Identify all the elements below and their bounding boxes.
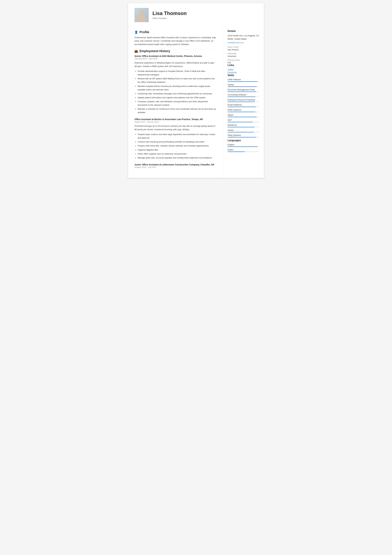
job-dates-1: February 2016 – April 2019 (135, 58, 217, 60)
bullet: Update patient information and capture n… (138, 96, 217, 99)
languages-list: English Arabic (228, 143, 259, 152)
skill-bar-fill (228, 107, 256, 107)
skill-bar-fill (228, 122, 253, 122)
bullet: Provide administrative support to Hospit… (138, 70, 217, 76)
links-title: Links (228, 64, 259, 67)
bullet: Manage petty cash, accounts payable and … (138, 156, 217, 160)
job-desc-1: Extensive experience in Windows/Apple OS… (135, 61, 217, 68)
job-bullets-1: Provide administrative support to Hospit… (135, 70, 217, 114)
skill-name: Typing (228, 83, 259, 86)
skill-name: PABX Systems (228, 109, 259, 111)
link-twitter[interactable]: Twitter (228, 68, 259, 71)
job-entry-2: Office Assistant at Becker & Associates … (135, 118, 217, 160)
bullet: Organize litigation files (138, 148, 217, 152)
skill-name: Accounting Software (228, 94, 259, 96)
details-section: Details 1515 Pacific Ave, Los Angeles, C… (228, 30, 259, 64)
skills-title: Skills (228, 74, 259, 77)
skill-item: Filing Systems (228, 134, 259, 138)
skill-item: Enterprise Resource Planning (228, 99, 259, 102)
language-bar-fill (228, 146, 257, 147)
language-bar-bg (228, 152, 259, 152)
skill-name: Asana (228, 129, 259, 131)
job-title-3: Junior Office Assistant at Leibermann Co… (135, 163, 217, 166)
job-desc-2: Proofread and type up to 20 insurance co… (135, 124, 217, 131)
skill-bar-bg (228, 132, 259, 132)
bullet: Answering calls, forwarding messages and… (138, 92, 217, 95)
job-title-1: Senior Office Assistant at ADH Medical C… (135, 55, 217, 57)
skill-bar-fill (228, 102, 254, 102)
job-bullets-2: Prepare basic motions and other legal di… (135, 133, 217, 160)
place-of-birth-label: Place of birth (228, 46, 259, 48)
bullet: Maintain a calendar for conference rooms… (138, 107, 217, 114)
nationality-value: American (228, 55, 259, 57)
language-name: Arabic (228, 148, 259, 151)
skill-item: Document Management Tools (228, 88, 259, 92)
place-of-birth-value: San Antonio (228, 49, 259, 51)
candidate-name: Lisa Thomson (152, 11, 187, 16)
resume-container: Lisa Thomson Office Assistant 👤 Profile … (128, 3, 264, 178)
bullet: Prepare draft client bills, maintain doc… (138, 144, 217, 147)
skill-item: Typing (228, 83, 259, 87)
skill-bar-bg (228, 81, 259, 82)
skill-bar-bg (228, 122, 259, 122)
language-item: English (228, 143, 259, 147)
skill-name: SAP (228, 119, 259, 121)
skill-bar-bg (228, 137, 259, 138)
skill-name: Skype (228, 114, 259, 116)
profile-icon: 👤 (135, 30, 138, 34)
driving-license-label: Driving license (228, 59, 259, 61)
skill-bar-bg (228, 87, 259, 87)
employment-icon: 💼 (135, 50, 138, 53)
header-info: Lisa Thomson Office Assistant (152, 11, 187, 19)
skill-item: Asana (228, 129, 259, 132)
skill-item: Workforce (228, 124, 259, 127)
profile-text: Professional, detail-oriented Office Ass… (135, 36, 217, 46)
link-facebook[interactable]: Facebook (228, 71, 259, 73)
skill-item: Accounting Software (228, 94, 259, 97)
detail-address: 1515 Pacific Ave, Los Angeles, CA 90291,… (228, 34, 259, 41)
employment-section-title: 💼 Employment History (135, 49, 217, 53)
skill-bar-fill (228, 91, 256, 92)
candidate-job-title: Office Assistant (152, 17, 187, 19)
bullet: Conduct fact-checking and proofreading a… (138, 140, 217, 144)
left-column: 👤 Profile Professional, detail-oriented … (128, 26, 223, 178)
skill-bar-bg (228, 107, 259, 107)
skill-bar-fill (228, 137, 256, 138)
skill-item: Email Platforms (228, 104, 259, 107)
skill-bar-fill (228, 117, 257, 117)
detail-email: email@email.com (228, 41, 259, 44)
skill-bar-bg (228, 117, 259, 117)
languages-section: Languages English Arabic (228, 139, 259, 152)
main-content: 👤 Profile Professional, detail-oriented … (128, 26, 264, 178)
language-name: English (228, 143, 259, 146)
skill-name: Email Platforms (228, 104, 259, 106)
skills-list: CRM Software Typing Document Management … (228, 78, 259, 138)
skill-bar-bg (228, 96, 259, 97)
job-title-2: Office Assistant at Becker & Associates … (135, 118, 217, 121)
language-bar-fill (228, 152, 245, 152)
skill-item: CRM Software (228, 78, 259, 82)
skill-bar-bg (228, 112, 259, 112)
job-entry-3: Junior Office Assistant at Leibermann Co… (135, 163, 217, 168)
skill-item: Skype (228, 114, 259, 117)
bullet: Order office supplies such as stationery… (138, 152, 217, 156)
skill-name: CRM Software (228, 78, 259, 81)
skills-section: Skills CRM Software Typing Document Mana… (228, 74, 259, 138)
skill-bar-fill (228, 112, 255, 112)
skill-name: Filing Systems (228, 134, 259, 136)
language-bar-bg (228, 146, 259, 147)
skill-name: Workforce (228, 124, 259, 126)
language-item: Arabic (228, 148, 259, 152)
nationality-label: Nationality (228, 52, 259, 55)
right-column: Details 1515 Pacific Ave, Los Angeles, C… (223, 26, 264, 178)
details-title: Details (228, 30, 259, 33)
skill-bar-bg (228, 127, 259, 127)
profile-section-title: 👤 Profile (135, 30, 217, 34)
bullet: Worked with an ER system titled Waiting … (138, 77, 217, 84)
avatar (135, 8, 149, 22)
driving-license-value: Full (228, 61, 259, 64)
bullet: Maintain hospital kitchen inventory by c… (138, 85, 217, 91)
skill-item: SAP (228, 119, 259, 122)
employment-section: 💼 Employment History Senior Office Assis… (135, 49, 217, 168)
job-dates-2: August 2014 – January 2019 (135, 121, 217, 123)
